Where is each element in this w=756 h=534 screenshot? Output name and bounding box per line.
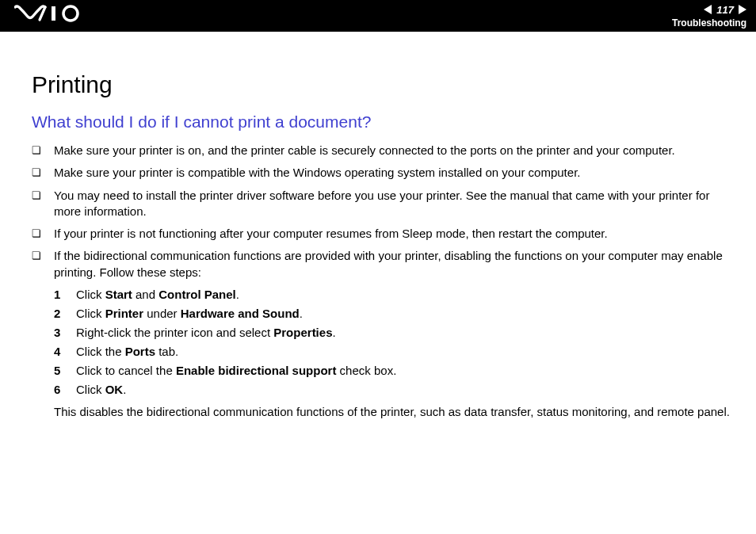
- svg-rect-0: [52, 6, 55, 21]
- page-number: 117: [715, 4, 735, 16]
- next-page-icon[interactable]: [739, 5, 746, 14]
- bullet-text: You may need to install the printer driv…: [54, 189, 709, 218]
- step-num: 2: [54, 304, 60, 323]
- step-num: 6: [54, 380, 60, 399]
- bullet-text: If your printer is not functioning after…: [54, 227, 608, 240]
- bullet-item: Make sure your printer is compatible wit…: [32, 165, 732, 181]
- step-num: 5: [54, 361, 60, 380]
- followup-text: This disables the bidirectional communic…: [54, 404, 732, 420]
- page-content: Printing What should I do if I cannot pr…: [0, 32, 756, 442]
- page-subtitle: What should I do if I cannot print a doc…: [32, 113, 732, 132]
- page-nav: 117: [704, 4, 746, 16]
- step-item: 1Click Start and Control Panel.: [54, 285, 732, 304]
- vaio-logo: [14, 5, 86, 27]
- step-item: 3Right-click the printer icon and select…: [54, 323, 732, 342]
- header-bar: 117 Troubleshooting: [0, 0, 756, 32]
- bullet-list: Make sure your printer is on, and the pr…: [32, 143, 732, 420]
- bullet-item: If your printer is not functioning after…: [32, 226, 732, 242]
- step-num: 1: [54, 285, 60, 304]
- step-item: 4Click the Ports tab.: [54, 342, 732, 361]
- bullet-item: You may need to install the printer driv…: [32, 188, 732, 220]
- step-num: 3: [54, 323, 60, 342]
- step-item: 6Click OK.: [54, 380, 732, 399]
- page-title: Printing: [32, 71, 732, 98]
- bullet-text: If the bidirectional communication funct…: [54, 249, 723, 278]
- bullet-text: Make sure your printer is on, and the pr…: [54, 143, 675, 157]
- svg-point-1: [63, 6, 78, 21]
- steps-list: 1Click Start and Control Panel. 2Click P…: [54, 285, 732, 399]
- bullet-item: If the bidirectional communication funct…: [32, 248, 732, 420]
- bullet-text: Make sure your printer is compatible wit…: [54, 166, 580, 179]
- section-label: Troubleshooting: [672, 17, 746, 29]
- header-right: 117 Troubleshooting: [672, 4, 746, 29]
- step-item: 2Click Printer under Hardware and Sound.: [54, 304, 732, 323]
- step-num: 4: [54, 342, 60, 361]
- bullet-item: Make sure your printer is on, and the pr…: [32, 143, 732, 158]
- prev-page-icon[interactable]: [704, 5, 712, 14]
- step-item: 5Click to cancel the Enable bidirectiona…: [54, 361, 732, 380]
